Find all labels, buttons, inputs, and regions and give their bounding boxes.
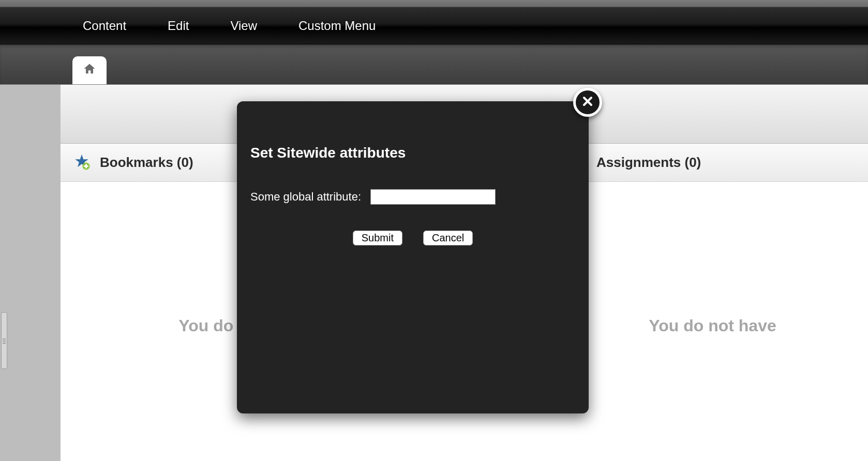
scrollbar-thumb[interactable] [1, 312, 7, 369]
main-menubar: Content Edit View Custom Menu [0, 7, 868, 44]
home-icon [82, 62, 97, 79]
bookmark-add-icon [73, 153, 91, 173]
assignments-empty-message: You do not have [557, 316, 868, 335]
assignments-panel: Assignments (0) You do not have [557, 144, 868, 335]
menu-custom[interactable]: Custom Menu [298, 19, 376, 33]
dialog-title: Set Sitewide attributes [250, 145, 575, 161]
global-attribute-field: Some global attribute: [250, 189, 575, 205]
global-attribute-input[interactable] [370, 189, 496, 205]
tab-bar [0, 44, 868, 85]
home-tab[interactable] [72, 56, 107, 84]
menu-content[interactable]: Content [83, 19, 126, 33]
cancel-button[interactable]: Cancel [423, 230, 473, 245]
global-attribute-label: Some global attribute: [250, 190, 361, 204]
menu-edit[interactable]: Edit [168, 19, 189, 33]
dialog-close-button[interactable] [573, 88, 602, 117]
sitewide-attributes-dialog: Set Sitewide attributes Some global attr… [237, 101, 589, 413]
close-icon [581, 95, 594, 110]
browser-chrome [0, 0, 868, 7]
left-gutter [0, 85, 60, 461]
assignments-title: Assignments (0) [596, 155, 701, 171]
submit-button[interactable]: Submit [353, 230, 402, 245]
bookmarks-title: Bookmarks (0) [100, 155, 193, 171]
menu-view[interactable]: View [230, 19, 257, 33]
assignments-header: Assignments (0) [557, 144, 868, 182]
